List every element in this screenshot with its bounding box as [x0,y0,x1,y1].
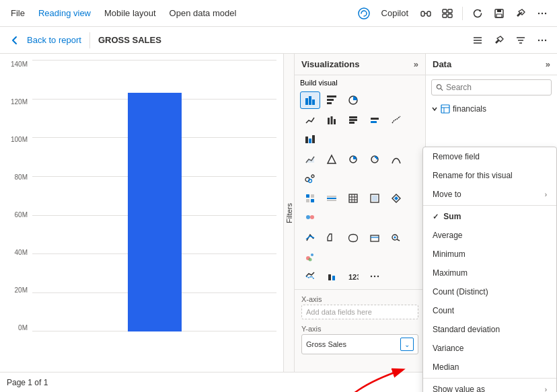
x-axis-box[interactable]: Add data fields here [301,305,418,319]
bar-chart-icon[interactable] [300,91,320,109]
menu-std-dev[interactable]: Standard deviation [423,320,556,339]
data-panel-header: Data » [426,54,557,75]
data-panel-expand[interactable]: » [546,59,550,69]
menu-variance[interactable]: Variance [423,339,556,358]
viz-icon-10[interactable] [365,151,385,168]
open-data-model-menu[interactable]: Open data model [164,5,242,21]
svg-rect-33 [334,119,336,124]
menu-sum[interactable]: ✓ Sum [423,207,556,226]
filters-panel[interactable]: Filters [284,54,295,372]
chart-title: GROSS SALES [98,35,161,45]
svg-rect-84 [441,105,449,113]
viz-icon-4[interactable] [365,112,385,129]
svg-rect-41 [312,135,315,143]
viz-icon-25[interactable] [300,268,320,285]
save-icon[interactable] [490,4,509,23]
viz-icon-20[interactable] [322,229,342,246]
reading-view-menu[interactable]: Reading view [33,5,96,21]
y-axis-chevron[interactable]: ⌄ [400,338,414,351]
svg-rect-26 [312,100,315,105]
viz-icon-more[interactable] [365,268,385,285]
viz-icon-26[interactable] [322,268,342,285]
pin-icon[interactable] [511,4,530,23]
x-axis-label: X-axis [301,295,418,303]
menu-maximum[interactable]: Maximum [423,264,556,282]
y-axis-value: Gross Sales [306,340,346,348]
viz-icon-19[interactable] [300,229,320,246]
viz-icon-8[interactable] [322,151,342,168]
svg-rect-2 [427,11,431,16]
show-value-chevron: › [545,386,547,393]
file-menu[interactable]: File [5,5,30,21]
svg-rect-25 [309,96,311,105]
viz-icon-14[interactable] [322,190,342,207]
svg-rect-5 [448,9,452,13]
y-axis-label: Y-axis [301,325,418,333]
menu-show-value-as[interactable]: Show value as › [423,380,556,392]
search-box[interactable] [431,79,552,95]
hamburger-icon[interactable] [468,31,487,50]
viz-panel-expand[interactable]: » [414,59,418,69]
more-icon[interactable] [533,4,552,23]
menu-count[interactable]: Count [423,301,556,320]
svg-rect-28 [327,102,332,104]
more2-icon[interactable] [533,31,552,50]
menu-minimum[interactable]: Minimum [423,245,556,264]
menu-rename[interactable]: Rename for this visual [423,166,556,185]
viz-icon-11[interactable] [386,151,406,168]
viz-row-3 [295,188,425,227]
expand-icon [431,106,438,112]
viz-icon-7[interactable] [300,151,320,168]
y-axis-well: Y-axis Gross Sales ⌄ [295,322,425,357]
viz-icon-9[interactable] [343,151,363,168]
viz-icon-2[interactable] [322,112,342,129]
copilot-label[interactable]: Copilot [376,5,414,21]
table-icon [441,104,450,114]
viz-icon-13[interactable] [300,190,320,207]
menu-remove-field[interactable]: Remove field [423,147,556,166]
copilot-icon[interactable] [355,4,373,23]
viz-icon-24[interactable] [300,247,320,265]
menu-average[interactable]: Average [423,226,556,245]
data-panel-title: Data [433,59,451,69]
financials-group[interactable]: financials [426,102,557,116]
viz-icon-18[interactable] [300,208,320,226]
viz-icon-12[interactable] [300,169,320,187]
chart-type-3[interactable] [343,91,363,109]
viz-icon-21[interactable] [343,229,363,246]
search-input[interactable] [446,83,547,92]
viz-icon-15[interactable] [343,190,363,207]
pin2-icon[interactable] [490,31,509,50]
refresh-icon[interactable] [468,4,487,23]
viz-icon-23[interactable] [386,229,406,246]
filters-label[interactable]: Filters [285,203,293,223]
svg-text:123: 123 [348,273,359,281]
svg-point-81 [377,276,379,277]
svg-point-75 [309,258,312,262]
viz-icon-5[interactable] [386,112,406,129]
filter2-icon[interactable] [511,31,530,50]
menu-count-distinct[interactable]: Count (Distinct) [423,282,556,301]
chart-type-2[interactable] [322,91,342,109]
bar-gross-sales[interactable] [128,93,182,331]
viz-icon-22[interactable] [365,229,385,246]
back-icon[interactable] [5,31,24,50]
viz-icon-16[interactable] [365,190,385,207]
viz-row-1 [295,110,425,149]
svg-rect-40 [309,139,311,143]
svg-point-14 [545,12,546,13]
menu-move-to[interactable]: Move to › [423,185,556,204]
back-report-button[interactable]: Back to report [27,35,81,45]
menu-median[interactable]: Median [423,358,556,377]
binoculars-icon[interactable] [416,4,435,23]
mobile-layout-menu[interactable]: Mobile layout [99,5,161,21]
viz-icon-1[interactable] [300,112,320,129]
y-axis-box[interactable]: Gross Sales ⌄ [301,334,418,354]
views-icon[interactable] [438,4,457,23]
y-label-0m: 0M [7,324,28,331]
viz-icon-3[interactable] [343,112,363,129]
viz-icon-17[interactable] [386,190,406,207]
viz-icon-6[interactable] [300,130,320,148]
svg-point-21 [538,39,540,40]
viz-icon-27[interactable]: 123 [343,268,363,285]
